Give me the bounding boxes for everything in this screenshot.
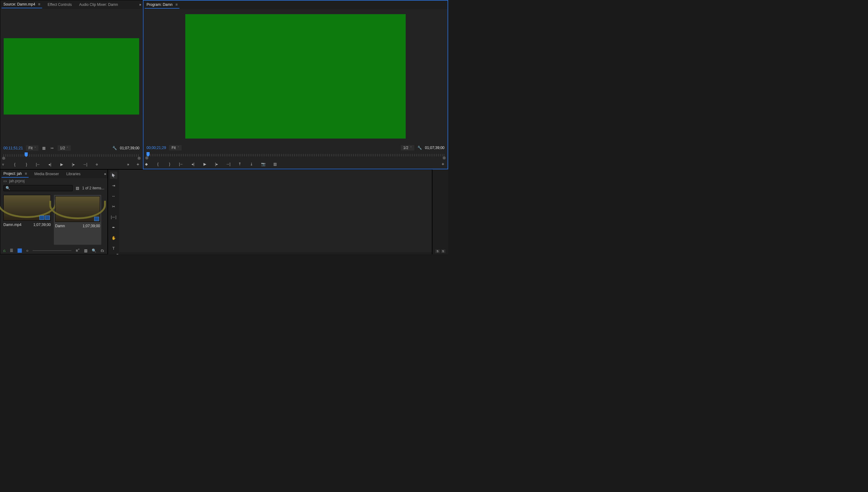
source-timebar-ticks <box>3 154 139 157</box>
pen-tool[interactable]: ✒ <box>110 224 117 231</box>
source-current-time[interactable]: 00;11;51;21 <box>3 146 23 150</box>
freeform-view-button[interactable]: ○ <box>26 248 28 253</box>
project-item[interactable]: Damn.mp4 1;07;39;00 <box>3 195 51 245</box>
marker-button[interactable]: ◆ <box>144 161 149 167</box>
go-to-out-button[interactable]: →| <box>82 162 88 167</box>
tab-program[interactable]: Program: Damn ≡ <box>145 1 179 9</box>
program-viewer[interactable] <box>144 9 448 144</box>
source-playhead[interactable] <box>25 152 28 155</box>
tab-project[interactable]: Project: jah ≡ <box>2 170 29 178</box>
panel-menu-icon[interactable]: ≡ <box>175 2 178 7</box>
tab-project-label: Project: jah <box>3 172 22 176</box>
comparison-view-button[interactable]: ▥ <box>272 161 278 167</box>
solo-left-button[interactable]: S <box>435 249 439 253</box>
program-current-time[interactable]: 00;00;21;29 <box>147 146 166 150</box>
mark-out-button[interactable]: } <box>24 162 29 167</box>
source-zoom-handle-left[interactable] <box>2 157 5 160</box>
razor-tool[interactable]: ✂ <box>110 203 117 210</box>
ripple-edit-tool[interactable]: ↔ <box>110 192 117 200</box>
source-resolution-dropdown[interactable]: 1/2˅ <box>57 145 71 151</box>
project-item[interactable]: Damn 1;07;39;00 <box>54 195 101 245</box>
program-tabbar: Program: Damn ≡ <box>144 1 448 9</box>
tab-media-browser[interactable]: Media Browser <box>32 171 61 177</box>
go-to-in-button[interactable]: |← <box>35 162 41 167</box>
find-button[interactable]: 🔍 <box>92 248 96 253</box>
source-infobar: 00;11;51;21 Fit˅ ▦ ↣ 1/2˅ 🔧 01;07;39;00 <box>0 144 143 152</box>
filter-bin-icon[interactable]: ▤ <box>76 186 79 190</box>
tab-sequence[interactable]: Damn ≡ <box>114 252 133 254</box>
project-item-duration: 1;07;39;00 <box>82 224 100 228</box>
source-zoom-handle-right[interactable] <box>137 157 141 160</box>
program-settings-icon[interactable]: 🔧 <box>417 146 422 150</box>
source-button-editor-icon[interactable]: ＋ <box>136 162 143 167</box>
track-select-tool[interactable]: ⇥ <box>110 182 117 189</box>
program-playhead[interactable] <box>147 152 150 155</box>
program-button-editor-icon[interactable]: ＋ <box>441 161 448 167</box>
program-zoom-handle-left[interactable] <box>145 156 148 159</box>
project-file-name[interactable]: jah.prproj <box>9 179 25 183</box>
selection-tool[interactable] <box>110 172 117 179</box>
close-sequence-icon[interactable]: × <box>110 254 112 254</box>
panel-menu-icon[interactable]: ≡ <box>38 2 40 6</box>
source-viewer[interactable] <box>0 9 143 144</box>
solo-right-button[interactable]: S <box>441 249 445 253</box>
export-frame-button[interactable]: 📷 <box>260 161 266 167</box>
source-duration: 01;07;39;00 <box>120 146 139 150</box>
hand-tool[interactable]: ✋ <box>110 234 117 242</box>
mark-in-button[interactable]: { <box>12 162 18 167</box>
panel-menu-icon[interactable]: ≡ <box>129 253 131 254</box>
source-timebar[interactable] <box>0 152 143 160</box>
safe-margins-icon[interactable]: ▦ <box>42 146 47 151</box>
step-forward-button[interactable]: |▸ <box>213 161 219 167</box>
automate-to-sequence-button[interactable]: ▥ <box>84 248 87 253</box>
tab-libraries[interactable]: Libraries <box>64 171 82 177</box>
step-forward-button[interactable]: |▸ <box>71 162 76 167</box>
tab-audio-clip-mixer[interactable]: Audio Clip Mixer: Damn <box>77 1 120 8</box>
mark-out-button[interactable]: } <box>167 161 172 167</box>
type-tool[interactable]: T <box>110 245 117 252</box>
play-button[interactable]: ▶ <box>202 161 207 167</box>
program-monitor-panel: Program: Damn ≡ 00;00;21;29 Fit˅ 1/2˅ 🔧 … <box>143 0 448 169</box>
program-zoom-handle-right[interactable] <box>443 156 446 159</box>
project-search-input[interactable] <box>10 186 71 190</box>
program-zoom-dropdown[interactable]: Fit˅ <box>169 145 181 151</box>
program-resolution-dropdown[interactable]: 1/2˅ <box>401 145 414 151</box>
insert-overlay-icon[interactable]: ↣ <box>50 146 54 151</box>
add-marker-button[interactable]: ▿ <box>0 162 6 167</box>
overflow-tabs-icon[interactable]: » <box>139 2 141 7</box>
source-settings-icon[interactable]: 🔧 <box>112 146 117 150</box>
project-item-name: Damn.mp4 <box>3 223 22 227</box>
go-to-in-button[interactable]: |← <box>179 161 184 167</box>
mark-in-button[interactable]: { <box>155 161 161 167</box>
slip-tool[interactable]: |↔| <box>110 213 117 221</box>
tab-source[interactable]: Source: Damn.mp4 ≡ <box>2 1 42 8</box>
sequence-name: Damn <box>116 253 126 254</box>
program-zoom-value: Fit <box>172 146 175 150</box>
source-zoom-dropdown[interactable]: Fit˅ <box>26 145 38 151</box>
panel-menu-icon[interactable]: ≡ <box>25 172 27 176</box>
extract-button[interactable]: ⤓ <box>249 161 254 167</box>
project-writable-icon[interactable]: ⎌ <box>3 248 5 253</box>
source-transport-overflow-icon[interactable]: » <box>127 162 129 167</box>
list-view-button[interactable]: ☰ <box>10 248 13 253</box>
program-timebar[interactable] <box>144 152 448 159</box>
icon-view-button[interactable] <box>18 248 22 253</box>
thumb-size-slider[interactable] <box>33 250 71 251</box>
tool-column: ⇥ ↔ ✂ |↔| ✒ ✋ T <box>108 170 119 252</box>
project-search-box[interactable]: 🔍 <box>3 185 73 191</box>
project-overflow-icon[interactable]: » <box>104 172 106 176</box>
step-back-button[interactable]: ◂| <box>47 162 53 167</box>
play-button[interactable]: ▶ <box>59 162 64 167</box>
tab-effect-controls[interactable]: Effect Controls <box>46 1 74 8</box>
sort-button[interactable]: ≡˅ <box>76 248 80 253</box>
project-item-thumb <box>3 195 51 221</box>
step-back-button[interactable]: ◂| <box>190 161 196 167</box>
new-bin-button[interactable]: 🗀 <box>101 248 104 253</box>
timeline-main: × Damn ≡ 00;00;21;29 ⁂ ∩ ⎌ ◆ 🔧 <box>108 252 432 254</box>
lift-button[interactable]: ⤒ <box>237 161 242 167</box>
source-frame <box>4 38 139 115</box>
project-items-count: 1 of 2 items... <box>82 186 104 190</box>
bottom-row: Project: jah ≡ Media Browser Libraries »… <box>0 169 448 254</box>
go-to-out-button[interactable]: →| <box>225 161 231 167</box>
insert-button[interactable]: ⎆ <box>94 162 99 167</box>
